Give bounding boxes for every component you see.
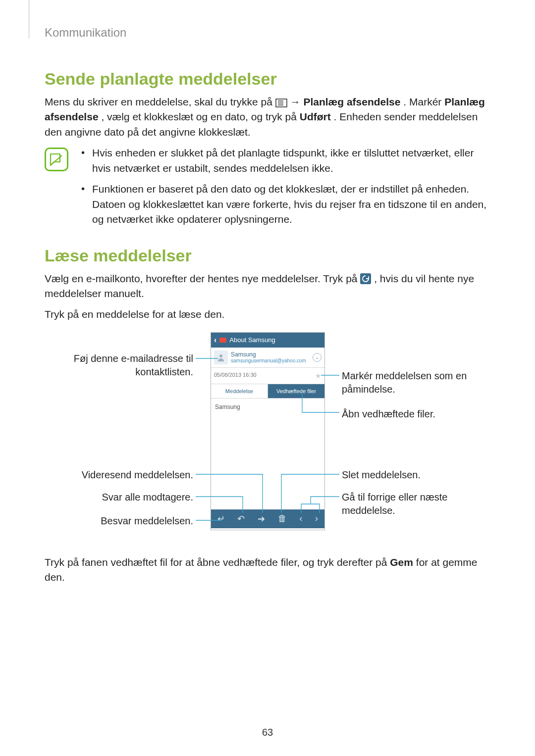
tab-message[interactable]: Meddelelse xyxy=(211,384,268,398)
email-reader-figure: ‹ About Samsung Samsung samsungusermanua… xyxy=(45,332,490,540)
menu-icon xyxy=(275,99,287,107)
star-icon[interactable]: ★ xyxy=(315,372,321,380)
forward-icon[interactable]: ➔ xyxy=(258,513,265,524)
tab-attachments[interactable]: Vedhæftede filer xyxy=(268,384,324,398)
expand-icon[interactable]: ⌄ xyxy=(313,353,321,362)
note-item: Funktionen er baseret på den dato og det… xyxy=(79,182,490,227)
avatar-icon[interactable] xyxy=(214,351,228,364)
page-number: 63 xyxy=(0,727,535,738)
page-cut-edge xyxy=(29,0,29,39)
paragraph-read-messages-2: Tryk på en meddelelse for at læse den. xyxy=(45,307,490,322)
datetime-label: 05/08/2013 16:30 xyxy=(214,372,257,380)
reply-all-icon[interactable]: ↶ xyxy=(237,513,245,524)
paragraph-send-scheduled: Mens du skriver en meddelelse, skal du t… xyxy=(45,95,490,140)
note-block: Hvis enheden er slukket på det planlagte… xyxy=(45,146,490,233)
meta-row: 05/08/2013 16:30 ★ xyxy=(211,368,324,384)
reply-icon[interactable]: ↵ xyxy=(217,513,225,524)
text: , vælg et klokkeslæt og en dato, og tryk… xyxy=(101,111,299,122)
svg-point-4 xyxy=(219,354,222,357)
section-heading-read-messages: Læse meddelelser xyxy=(45,246,490,265)
callout-reply: Besvar meddelelsen. xyxy=(45,514,193,528)
mail-icon xyxy=(219,338,226,343)
callout-reply-all: Svar alle modtagere. xyxy=(45,491,193,504)
text: Vælg en e-mailkonto, hvorefter der hente… xyxy=(45,273,360,284)
text: Tryk på fanen vedhæftet fil for at åbne … xyxy=(45,556,390,568)
message-body: Samsung xyxy=(211,399,324,415)
paragraph-attachment-save: Tryk på fanen vedhæftet fil for at åbne … xyxy=(45,555,490,585)
paragraph-read-messages-1: Vælg en e-mailkonto, hvorefter der hente… xyxy=(45,271,490,302)
note-icon xyxy=(45,148,68,171)
text-bold: Gem xyxy=(390,556,413,568)
phone-bottom-bar: ↵ ↶ ➔ 🗑 ‹ › xyxy=(211,509,324,528)
text-bold: Planlæg afsendelse xyxy=(303,96,400,107)
note-item: Hvis enheden er slukket på det planlagte… xyxy=(79,146,490,176)
sender-row[interactable]: Samsung samsungusermanual@yahoo.com ⌄ xyxy=(211,348,324,368)
text: Mens du skriver en meddelelse, skal du t… xyxy=(45,96,275,107)
callout-prev-next: Gå til forrige eller næste meddelelse. xyxy=(342,491,485,517)
next-icon[interactable]: › xyxy=(315,513,318,524)
delete-icon[interactable]: 🗑 xyxy=(278,513,287,524)
text-bold: Udført xyxy=(300,111,331,122)
phone-app-bar: ‹ About Samsung xyxy=(211,333,324,348)
prev-icon[interactable]: ‹ xyxy=(299,513,302,524)
sender-email: samsungusermanual@yahoo.com xyxy=(231,358,310,364)
callout-delete: Slet meddelelsen. xyxy=(342,468,485,482)
text: → xyxy=(290,96,304,107)
chapter-title: Kommunikation xyxy=(45,26,490,40)
callout-forward: Videresend meddelelsen. xyxy=(45,468,193,482)
callout-add-contact: Føj denne e-mailadresse til kontaktliste… xyxy=(45,352,193,379)
phone-screenshot: ‹ About Samsung Samsung samsungusermanua… xyxy=(211,332,325,530)
callout-reminder: Markér meddelelsen som en påmindelse. xyxy=(342,369,485,396)
refresh-icon xyxy=(360,273,371,284)
text: . Markér xyxy=(403,96,444,107)
appbar-title: About Samsung xyxy=(229,336,275,344)
callout-open-attach: Åbn vedhæftede filer. xyxy=(342,407,485,421)
sender-name: Samsung xyxy=(231,351,310,358)
back-icon[interactable]: ‹ xyxy=(214,336,216,345)
section-heading-send-scheduled: Sende planlagte meddelelser xyxy=(45,69,490,89)
